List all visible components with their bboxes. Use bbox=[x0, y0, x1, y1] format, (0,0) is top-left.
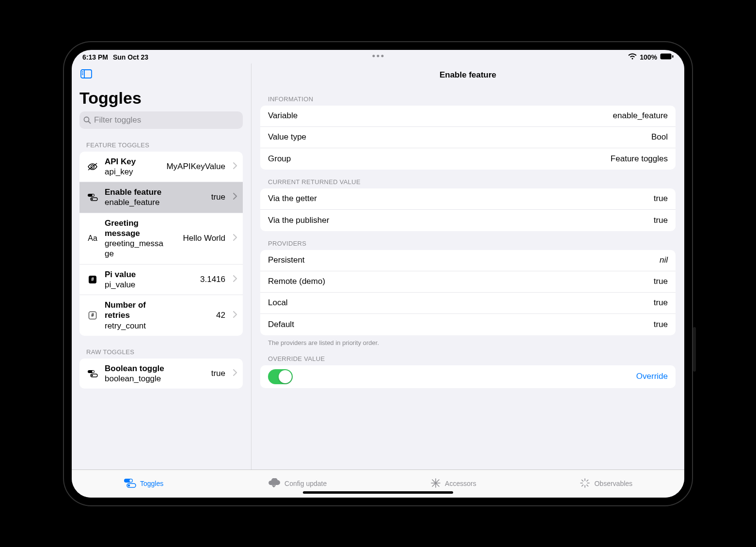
svg-point-21 bbox=[128, 484, 130, 486]
chevron-right-icon bbox=[233, 275, 237, 284]
status-bar: 6:13 PM Sun Oct 23 100% bbox=[72, 50, 684, 63]
svg-rect-2 bbox=[81, 70, 92, 78]
battery-icon bbox=[660, 53, 674, 61]
burst-icon bbox=[580, 478, 590, 490]
list-item-boolean[interactable]: Boolean toggle boolean_toggle true bbox=[79, 359, 243, 389]
home-indicator[interactable] bbox=[303, 491, 453, 494]
search-icon bbox=[83, 116, 91, 124]
info-row-group: Group Feature toggles bbox=[260, 148, 676, 170]
status-date: Sun Oct 23 bbox=[113, 53, 148, 61]
override-link[interactable]: Override bbox=[636, 372, 668, 381]
override-switch[interactable] bbox=[268, 369, 293, 384]
chevron-right-icon bbox=[233, 369, 237, 378]
sidebar: Toggles Filter toggles FEATURE TOGGLES A… bbox=[72, 63, 251, 469]
tab-accessors[interactable]: Accessors bbox=[430, 478, 476, 490]
text-icon: Aa bbox=[86, 234, 99, 243]
tab-config-update[interactable]: Config update bbox=[267, 478, 327, 489]
detail-title: Enable feature bbox=[260, 63, 676, 87]
provider-row-persistent: Persistent nil bbox=[260, 250, 676, 271]
toggles-icon bbox=[86, 193, 99, 201]
svg-point-17 bbox=[91, 375, 93, 376]
list-item-enable-feature[interactable]: Enable feature enable_feature true bbox=[79, 182, 243, 213]
list-item-pi[interactable]: # Pi value pi_value 3.1416 bbox=[79, 265, 243, 296]
eye-slash-icon bbox=[86, 163, 99, 171]
multitasking-dots[interactable] bbox=[373, 55, 384, 57]
svg-point-19 bbox=[129, 479, 132, 482]
providers-footer: The providers are listed in priority ord… bbox=[268, 339, 676, 346]
section-header-providers: PROVIDERS bbox=[268, 240, 676, 247]
list-item-retries[interactable]: # Number of retries retry_count 42 bbox=[79, 295, 243, 336]
svg-line-32 bbox=[587, 480, 588, 481]
info-row-value-type: Value type Bool bbox=[260, 127, 676, 148]
toggles-icon bbox=[124, 478, 136, 489]
toggles-icon bbox=[86, 370, 99, 377]
provider-row-remote: Remote (demo) true bbox=[260, 271, 676, 293]
cloud-download-icon bbox=[267, 478, 281, 489]
list-item-greeting[interactable]: Aa Greeting message greeting_message Hel… bbox=[79, 213, 243, 265]
svg-line-8 bbox=[89, 121, 91, 123]
svg-point-15 bbox=[92, 371, 94, 373]
sidebar-toggle-icon[interactable] bbox=[80, 69, 92, 79]
svg-line-31 bbox=[587, 484, 588, 486]
svg-line-33 bbox=[582, 484, 583, 486]
chevron-right-icon bbox=[233, 193, 237, 202]
provider-row-default: Default true bbox=[260, 314, 676, 335]
chevron-right-icon bbox=[233, 311, 237, 320]
svg-point-13 bbox=[91, 199, 93, 200]
tab-observables[interactable]: Observables bbox=[580, 478, 632, 490]
hash-filled-icon: # bbox=[86, 276, 99, 283]
section-header-raw: RAW TOGGLES bbox=[86, 348, 243, 356]
section-header-information: INFORMATION bbox=[268, 95, 676, 103]
search-placeholder: Filter toggles bbox=[94, 115, 141, 125]
snowflake-icon bbox=[430, 478, 441, 490]
page-title: Toggles bbox=[79, 89, 243, 108]
provider-row-local: Local true bbox=[260, 293, 676, 314]
search-input[interactable]: Filter toggles bbox=[79, 111, 243, 129]
svg-point-11 bbox=[92, 194, 94, 196]
section-header-override: OVERRIDE VALUE bbox=[268, 355, 676, 362]
status-time: 6:13 PM bbox=[82, 53, 108, 61]
svg-rect-0 bbox=[661, 53, 672, 59]
hash-icon: # bbox=[86, 312, 99, 319]
list-item-api-key[interactable]: API Key api_key MyAPIKeyValue bbox=[79, 152, 243, 183]
battery-percent: 100% bbox=[640, 53, 657, 61]
wifi-icon bbox=[628, 53, 637, 61]
detail-pane: Enable feature INFORMATION Variable enab… bbox=[251, 63, 684, 469]
current-row-getter: Via the getter true bbox=[260, 188, 676, 210]
current-row-publisher: Via the publisher true bbox=[260, 210, 676, 231]
tab-toggles[interactable]: Toggles bbox=[124, 478, 163, 489]
chevron-right-icon bbox=[233, 234, 237, 243]
info-row-variable: Variable enable_feature bbox=[260, 106, 676, 127]
svg-line-30 bbox=[582, 480, 583, 481]
section-header-feature: FEATURE TOGGLES bbox=[86, 141, 243, 149]
svg-line-9 bbox=[88, 163, 97, 170]
svg-rect-1 bbox=[672, 55, 674, 58]
chevron-right-icon bbox=[233, 162, 237, 171]
section-header-current: CURRENT RETURNED VALUE bbox=[268, 178, 676, 186]
